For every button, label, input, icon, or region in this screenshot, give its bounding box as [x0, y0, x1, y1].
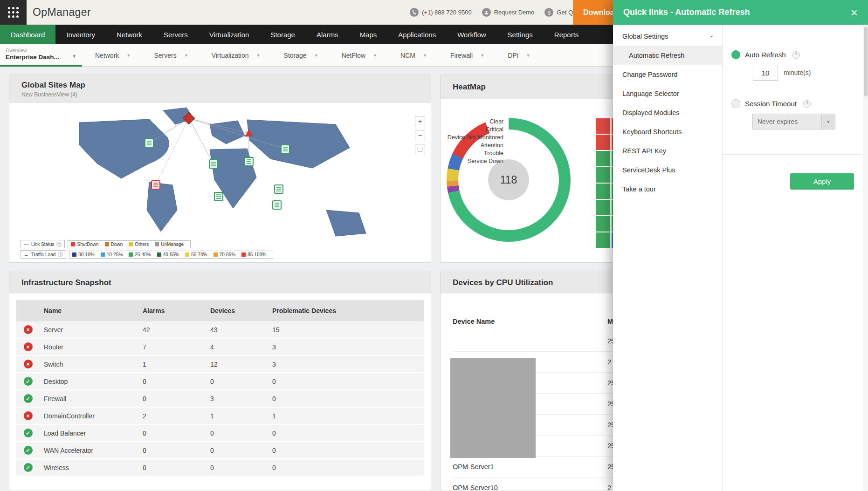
- nav-item-servers[interactable]: Servers: [153, 25, 199, 44]
- table-header-row: Name Alarms Devices Problematic Devices: [16, 300, 424, 321]
- session-timeout-label: Session Timeout: [745, 100, 797, 108]
- nav-item-reports[interactable]: Reports: [544, 25, 590, 44]
- heatmap-cell[interactable]: [596, 151, 610, 166]
- apply-button[interactable]: Apply: [790, 173, 854, 190]
- chevron-down-icon: ▾: [127, 53, 130, 58]
- legend-label: 55-70%: [191, 252, 207, 257]
- chevron-down-icon: ▾: [185, 53, 187, 58]
- table-row-router[interactable]: ×Router743: [16, 339, 424, 356]
- subnav-item-firewall[interactable]: Firewall▾: [450, 52, 483, 59]
- apps-grid-icon[interactable]: [0, 0, 27, 25]
- nav-item-alarms[interactable]: Alarms: [306, 25, 349, 44]
- device-type-name: Switch: [40, 361, 143, 368]
- nav-item-applications[interactable]: Applications: [387, 25, 447, 44]
- heatmap-cell[interactable]: [596, 135, 610, 150]
- interval-row: minute(s): [753, 65, 854, 81]
- nav-item-storage[interactable]: Storage: [260, 25, 306, 44]
- donut-legend-label: Service Down: [443, 157, 503, 165]
- table-row-wireless[interactable]: ✓Wireless000: [16, 459, 424, 477]
- widget-subtitle: New BusinessView (4): [21, 91, 431, 98]
- nav-item-virtualization[interactable]: Virtualization: [199, 25, 260, 44]
- menu-item-take-a-tour[interactable]: Take a tour: [613, 179, 722, 198]
- subnav-item-label: Servers: [154, 52, 176, 59]
- table-row-domaincontroller[interactable]: ×DomainController211: [16, 408, 424, 425]
- zoom-in-button[interactable]: +: [415, 116, 425, 126]
- subnav-item-ncm[interactable]: NCM▾: [400, 52, 426, 59]
- menu-item-keyboard-shortcuts[interactable]: Keyboard Shortcuts: [613, 122, 722, 141]
- session-timeout-row: Session Timeout ?: [731, 99, 854, 108]
- heatmap-cell[interactable]: [596, 216, 610, 232]
- alarms-count: 42: [143, 326, 210, 334]
- nav-item-network[interactable]: Network: [106, 25, 153, 44]
- refresh-interval-input[interactable]: [753, 65, 778, 81]
- subnav-item-netflow[interactable]: NetFlow▾: [342, 52, 376, 59]
- session-timeout-select[interactable]: Never expires ▾: [752, 114, 835, 130]
- col-name: Name: [40, 307, 143, 314]
- world-map: [9, 103, 431, 262]
- menu-item-global-settings[interactable]: Global Settings-: [613, 27, 722, 46]
- menu-item-label: REST API Key: [622, 147, 666, 155]
- status-ok-icon: ✓: [24, 429, 33, 437]
- nav-item-maps[interactable]: Maps: [349, 25, 388, 44]
- legend-item: 40-55%: [157, 252, 179, 257]
- widget-header: Infrastructure Snapshot: [9, 272, 431, 293]
- scrollbar-track[interactable]: [863, 25, 868, 491]
- table-row-desktop[interactable]: ✓Desktop000: [16, 373, 424, 390]
- auto-refresh-radio[interactable]: [731, 50, 740, 59]
- link-status-legend: ShutDownDownOthersUnManage: [68, 240, 191, 248]
- dashboard-selector[interactable]: Overview Enterprise Dash... ▾: [0, 44, 82, 67]
- devices-count: 12: [210, 361, 272, 368]
- fullscreen-button[interactable]: [415, 144, 425, 154]
- subnav-item-servers[interactable]: Servers▾: [154, 52, 187, 59]
- subnav-item-virtualization[interactable]: Virtualization▾: [212, 52, 260, 59]
- status-cell: ✓: [16, 394, 40, 403]
- menu-item-language-selector[interactable]: Language Selector: [613, 84, 722, 103]
- heatmap-cell[interactable]: [596, 118, 610, 134]
- table-row-wan-accelerator[interactable]: ✓WAN Accelerator000: [16, 442, 424, 459]
- link-status-label: Link Status: [31, 242, 54, 247]
- table-row-switch[interactable]: ×Switch1123: [16, 356, 424, 373]
- heatmap-cell[interactable]: [596, 200, 610, 215]
- nav-item-dashboard[interactable]: Dashboard: [0, 25, 55, 44]
- device-type-name: Firewall: [40, 395, 143, 402]
- request-demo-link[interactable]: Request Demo: [482, 8, 535, 17]
- heatmap-cell[interactable]: [596, 167, 610, 183]
- phone-number: (+1) 888 720 9500: [422, 9, 472, 16]
- subnav-item-dpi[interactable]: DPI▾: [508, 52, 529, 59]
- collapse-icon[interactable]: -: [710, 33, 713, 40]
- chevron-down-icon: ▾: [481, 53, 483, 58]
- heatmap-cell[interactable]: [596, 184, 610, 199]
- session-timeout-radio[interactable]: [731, 99, 740, 108]
- menu-item-automatic-refresh[interactable]: Automatic Refresh: [613, 46, 722, 65]
- legend-color-swatch: [71, 242, 75, 246]
- table-row-firewall[interactable]: ✓Firewall030: [16, 390, 424, 408]
- devices-count: 0: [210, 447, 272, 454]
- subnav-item-label: Storage: [284, 52, 307, 59]
- legend-color-swatch: [185, 252, 189, 257]
- menu-item-displayed-modules[interactable]: Displayed Modules: [613, 103, 722, 122]
- legend-color-swatch: [105, 242, 109, 246]
- subnav-item-storage[interactable]: Storage▾: [284, 52, 317, 59]
- scrollbar-thumb[interactable]: [864, 27, 868, 96]
- table-row-server[interactable]: ×Server424315: [16, 321, 424, 339]
- nav-item-settings[interactable]: Settings: [497, 25, 544, 44]
- menu-item-change-password[interactable]: Change Password: [613, 65, 722, 84]
- help-icon[interactable]: ?: [58, 252, 63, 257]
- phone-link[interactable]: (+1) 888 720 9500: [410, 8, 472, 17]
- help-icon[interactable]: ?: [803, 100, 811, 108]
- legend-item: 00-10%: [72, 252, 94, 257]
- help-icon[interactable]: ?: [792, 51, 800, 59]
- table-row-load-balancer[interactable]: ✓Load Balancer000: [16, 425, 424, 442]
- zoom-out-button[interactable]: −: [415, 130, 425, 140]
- close-icon[interactable]: ×: [851, 7, 858, 19]
- menu-item-servicedesk-plus[interactable]: ServiceDesk Plus: [613, 160, 722, 179]
- status-cell: ×: [16, 360, 40, 368]
- menu-item-rest-api-key[interactable]: REST API Key: [613, 141, 722, 160]
- subnav-item-label: NCM: [400, 52, 415, 59]
- heatmap-cell[interactable]: [596, 232, 610, 248]
- menu-item-label: Displayed Modules: [622, 109, 680, 116]
- nav-item-inventory[interactable]: Inventory: [55, 25, 106, 44]
- help-icon[interactable]: ?: [56, 242, 62, 247]
- nav-item-workflow[interactable]: Workflow: [447, 25, 496, 44]
- subnav-item-network[interactable]: Network▾: [95, 52, 130, 59]
